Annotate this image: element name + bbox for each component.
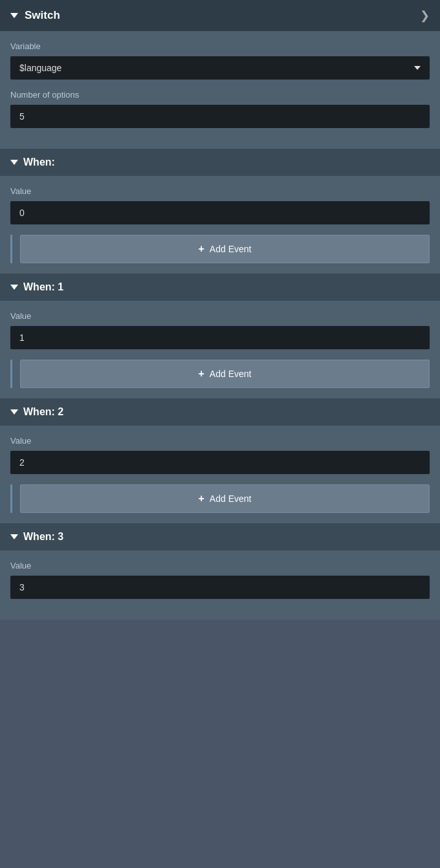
add-event-button-1[interactable]: + Add Event — [20, 360, 430, 388]
when-header-0[interactable]: When: — [0, 149, 440, 176]
when-title-0: When: — [23, 157, 55, 168]
when-block-0: When: Value + Add Event — [0, 149, 440, 274]
when-chevron-down-icon-0 — [10, 160, 18, 165]
add-event-plus-icon-0: + — [199, 243, 204, 255]
variable-select-wrapper[interactable]: $language $locale $theme — [10, 56, 430, 80]
when-header-1[interactable]: When: 1 — [0, 274, 440, 301]
when-content-2: Value + Add Event — [0, 426, 440, 523]
add-event-plus-icon-1: + — [199, 368, 204, 380]
switch-chevron-right-icon: ❯ — [420, 8, 430, 23]
when-value-input-1[interactable] — [10, 326, 430, 349]
when-title-2: When: 2 — [23, 406, 63, 418]
when-chevron-down-icon-1 — [10, 285, 18, 290]
when-header-left-3: When: 3 — [10, 531, 63, 543]
switch-chevron-down-icon — [10, 13, 18, 18]
when-value-field-2: Value — [10, 436, 430, 474]
add-event-container-0: + Add Event — [10, 235, 430, 263]
when-value-input-3[interactable] — [10, 576, 430, 599]
add-event-container-1: + Add Event — [10, 360, 430, 388]
when-content-3: Value — [0, 550, 440, 620]
add-event-label-1: Add Event — [210, 369, 252, 379]
variable-field-group: Variable $language $locale $theme — [10, 41, 430, 80]
when-value-input-2[interactable] — [10, 451, 430, 474]
when-block-2: When: 2 Value + Add Event — [0, 398, 440, 523]
add-event-button-0[interactable]: + Add Event — [20, 235, 430, 263]
variable-select[interactable]: $language $locale $theme — [10, 56, 430, 80]
variable-label: Variable — [10, 41, 430, 51]
switch-title: Switch — [25, 9, 60, 22]
add-event-button-2[interactable]: + Add Event — [20, 484, 430, 513]
switch-header-left: Switch — [10, 9, 60, 22]
when-value-label-2: Value — [10, 436, 430, 446]
when-header-left-0: When: — [10, 157, 55, 168]
when-chevron-down-icon-2 — [10, 409, 18, 415]
number-of-options-label: Number of options — [10, 90, 430, 100]
when-header-3[interactable]: When: 3 — [0, 523, 440, 550]
add-event-plus-icon-2: + — [199, 493, 204, 505]
when-chevron-down-icon-3 — [10, 534, 18, 539]
when-value-field-1: Value — [10, 311, 430, 349]
add-event-label-0: Add Event — [210, 244, 252, 254]
when-block-3: When: 3 Value — [0, 523, 440, 620]
when-content-0: Value + Add Event — [0, 176, 440, 274]
when-title-1: When: 1 — [23, 281, 63, 293]
when-header-left-2: When: 2 — [10, 406, 63, 418]
when-value-label-3: Value — [10, 561, 430, 570]
add-event-container-2: + Add Event — [10, 484, 430, 513]
switch-header[interactable]: Switch ❯ — [0, 0, 440, 31]
when-content-1: Value + Add Event — [0, 301, 440, 398]
when-value-field-3: Value — [10, 561, 430, 599]
when-header-left-1: When: 1 — [10, 281, 63, 293]
add-event-label-2: Add Event — [210, 494, 252, 504]
when-value-field-0: Value — [10, 186, 430, 224]
variable-section: Variable $language $locale $theme Number… — [0, 31, 440, 149]
when-value-label-1: Value — [10, 311, 430, 321]
number-of-options-field-group: Number of options — [10, 90, 430, 128]
number-of-options-input[interactable] — [10, 105, 430, 128]
when-header-2[interactable]: When: 2 — [0, 398, 440, 426]
when-title-3: When: 3 — [23, 531, 63, 543]
when-block-1: When: 1 Value + Add Event — [0, 274, 440, 398]
when-value-input-0[interactable] — [10, 201, 430, 224]
when-value-label-0: Value — [10, 186, 430, 196]
